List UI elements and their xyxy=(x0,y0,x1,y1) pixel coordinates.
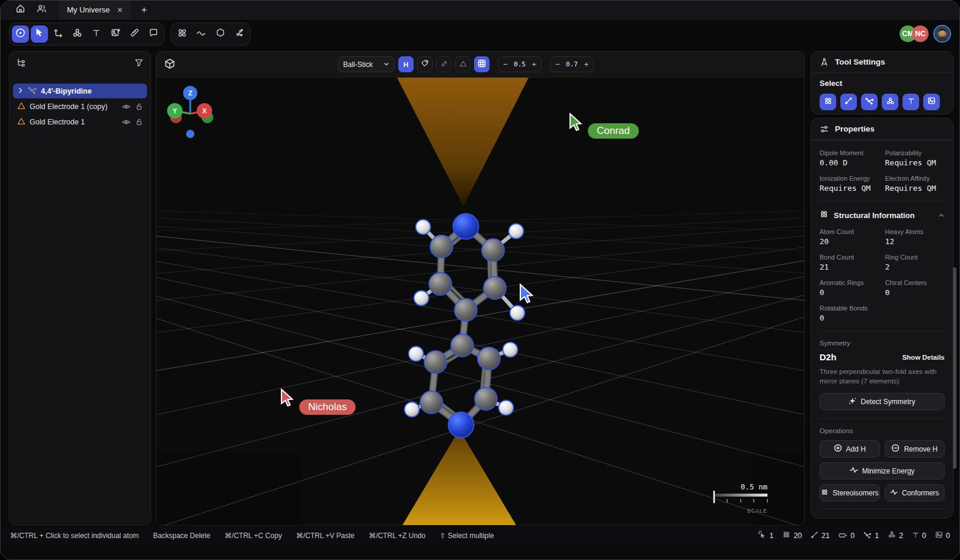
select-molecules-button[interactable] xyxy=(882,94,898,110)
tree-item-label: Gold Electrode 1 (copy) xyxy=(30,103,117,111)
home-button[interactable] xyxy=(11,3,29,17)
increment-button[interactable]: + xyxy=(584,60,588,69)
cube-view-icon[interactable] xyxy=(164,58,175,72)
tree-item-gold-electrode[interactable]: Gold Electrode 1 xyxy=(13,114,147,129)
filter-icon[interactable] xyxy=(135,58,143,69)
atom-c[interactable] xyxy=(482,239,504,261)
increment-button[interactable]: + xyxy=(532,60,536,69)
atom-c[interactable] xyxy=(424,351,447,373)
avatar-photo[interactable] xyxy=(933,25,951,43)
stereoisomers-button[interactable]: Stereoisomers xyxy=(820,484,880,501)
atom-c[interactable] xyxy=(455,299,477,321)
text-icon xyxy=(912,530,919,541)
atom-n[interactable] xyxy=(449,412,474,438)
gold-electrode-top[interactable] xyxy=(397,78,529,206)
tree-icon[interactable] xyxy=(17,57,26,69)
atom-icon xyxy=(824,97,833,108)
scale-value: 0.5 nm xyxy=(741,482,767,491)
fragment-tool-button[interactable] xyxy=(231,25,248,43)
atom-h[interactable] xyxy=(510,306,525,321)
tree-item-bipyridine[interactable]: 4,4'-Bipyridine xyxy=(13,84,147,98)
conformers-button[interactable]: Conformers xyxy=(885,484,945,501)
panel-scrollbar[interactable] xyxy=(953,267,956,469)
unlock-icon[interactable] xyxy=(135,103,143,110)
sketch-tool-button[interactable] xyxy=(193,25,210,43)
new-tab-button[interactable]: + xyxy=(136,2,152,18)
atom-n[interactable] xyxy=(453,214,479,239)
image-tool-button[interactable] xyxy=(107,25,124,43)
unlock-icon[interactable] xyxy=(135,118,143,126)
scene-tree-list: 4,4'-Bipyridine Gold Electrode 1 (copy) … xyxy=(9,84,151,129)
select-tool-button[interactable] xyxy=(31,25,48,43)
atom-h[interactable] xyxy=(405,402,420,417)
atom-h[interactable] xyxy=(416,220,431,235)
toggle-hydrogens-button[interactable]: H xyxy=(398,56,414,72)
atom-c[interactable] xyxy=(430,235,453,258)
add-h-button[interactable]: Add H xyxy=(820,440,880,457)
minimize-energy-button[interactable]: Minimize Energy xyxy=(820,462,945,479)
structural-info-section[interactable]: Structural Information xyxy=(820,210,945,220)
select-atoms-button[interactable] xyxy=(820,94,836,110)
counter-images: 0 xyxy=(935,530,950,541)
show-details-link[interactable]: Show Details xyxy=(902,354,945,361)
measure-tool-button[interactable] xyxy=(126,25,143,43)
collaborators-button[interactable] xyxy=(33,3,50,17)
chevron-up-icon[interactable] xyxy=(938,212,945,219)
atom-c[interactable] xyxy=(420,391,443,414)
axis-gizmo[interactable]: Y X Z xyxy=(167,86,213,138)
cursor-local xyxy=(520,284,532,303)
tree-item-gold-electrode-copy[interactable]: Gold Electrode 1 (copy) xyxy=(13,99,147,114)
select-text-button[interactable] xyxy=(903,94,919,110)
visibility-eye-icon[interactable] xyxy=(122,103,130,110)
field-ionization: Ionization EnergyRequires QM xyxy=(820,175,879,193)
field-heavy-atoms: Heavy Atoms12 xyxy=(885,228,945,246)
atom-c[interactable] xyxy=(429,273,452,295)
tab-my-universe[interactable]: My Universe ✕ xyxy=(59,1,131,20)
detect-symmetry-button[interactable]: Detect Symmetry xyxy=(820,393,945,410)
atom-h[interactable] xyxy=(503,343,518,357)
viewport-3d[interactable]: Y X Z 0.5 nm SCALE Conrad Nic xyxy=(156,51,805,526)
atom-tool-button[interactable] xyxy=(174,25,191,43)
avatar-nc[interactable]: NC xyxy=(912,25,929,42)
plane-button[interactable] xyxy=(455,56,471,72)
comment-tool-button[interactable] xyxy=(145,25,162,43)
decrement-button[interactable]: − xyxy=(503,60,508,69)
atom-c[interactable] xyxy=(451,334,473,357)
gold-electrode-bottom[interactable] xyxy=(402,430,517,526)
select-images-button[interactable] xyxy=(923,94,940,110)
branch-icon xyxy=(865,97,874,107)
text-tool-button[interactable] xyxy=(88,25,105,43)
atom-c[interactable] xyxy=(484,277,506,299)
grid-toggle-button[interactable] xyxy=(474,56,489,72)
atom-c[interactable] xyxy=(478,347,500,370)
atom-h[interactable] xyxy=(509,224,524,239)
render-style-dropdown[interactable]: Ball-Stick xyxy=(338,56,395,72)
branch-icon xyxy=(863,530,872,541)
visibility-eye-icon[interactable] xyxy=(122,119,130,126)
chevron-down-icon xyxy=(383,60,389,69)
build-tool-button[interactable] xyxy=(69,25,86,43)
bond-icon xyxy=(811,530,818,541)
atom-h[interactable] xyxy=(414,291,429,306)
ring-tool-button[interactable] xyxy=(212,25,229,43)
transform-tool-button[interactable] xyxy=(50,25,67,43)
status-bar: ⌘/CTRL + Click to select individual atom… xyxy=(1,527,959,545)
chevron-right-icon[interactable] xyxy=(17,87,24,95)
expand-button[interactable] xyxy=(436,56,452,72)
remove-h-button[interactable]: Remove H xyxy=(885,440,945,457)
decrement-button[interactable]: − xyxy=(555,60,560,69)
atom-h[interactable] xyxy=(499,401,514,415)
select-bonds-button[interactable] xyxy=(840,94,857,110)
atom-h[interactable] xyxy=(409,347,424,361)
axis-neg-z[interactable] xyxy=(186,130,194,138)
orbit-tool-button[interactable] xyxy=(12,25,29,43)
tab-title: My Universe xyxy=(67,5,110,14)
select-branches-button[interactable] xyxy=(861,94,878,110)
atom-c[interactable] xyxy=(475,388,497,410)
identifiers-section[interactable]: Identifiers & Encoding xyxy=(820,516,945,519)
scene-canvas[interactable]: Y X Z 0.5 nm SCALE xyxy=(156,52,805,526)
labels-button[interactable] xyxy=(417,56,433,72)
app-window: My Universe ✕ + CM NC xyxy=(0,0,960,560)
tab-close-icon[interactable]: ✕ xyxy=(117,6,123,14)
pulse-icon xyxy=(850,466,858,475)
